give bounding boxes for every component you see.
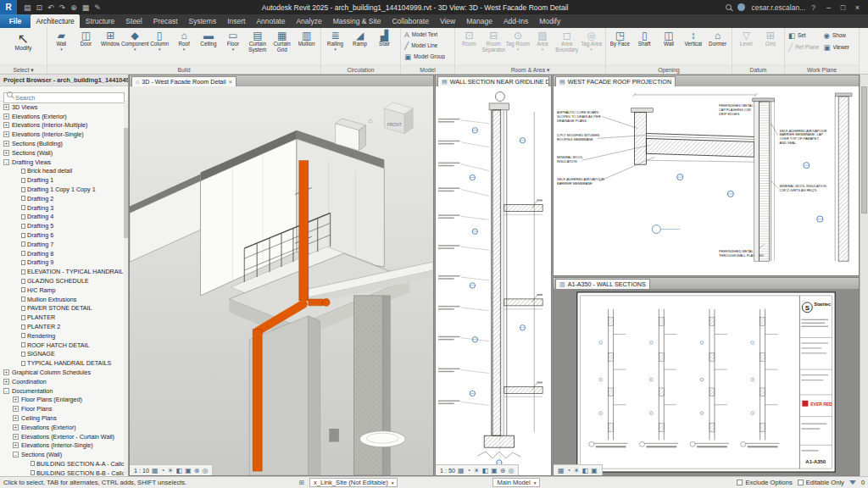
account-name[interactable]: cesar.r.escalan... xyxy=(751,3,805,12)
view-control-icon[interactable]: ▦ xyxy=(558,467,565,474)
view-control-icon[interactable]: ☀ xyxy=(573,467,579,474)
ribbon-tool[interactable]: ⊟ Room Separator xyxy=(481,29,506,64)
view-control-icon[interactable]: ▦ xyxy=(458,467,465,474)
tree-item[interactable]: + Elevations (Exterior) xyxy=(0,112,128,121)
ribbon-tab[interactable]: Structure xyxy=(80,14,120,28)
ribbon-tab[interactable]: View xyxy=(434,14,460,28)
ribbon-tool[interactable]: ▤ Curtain System xyxy=(245,29,270,64)
ribbon-tab[interactable]: Analyze xyxy=(291,14,327,28)
search-icon[interactable] xyxy=(726,4,732,10)
tree-expander[interactable] xyxy=(13,186,19,192)
tree-item[interactable]: Drafting 8 xyxy=(0,249,128,258)
tree-item[interactable]: - Documentation xyxy=(0,386,128,396)
tree-item[interactable]: + Elevations (Interior-Single) xyxy=(0,441,128,450)
tree-item[interactable]: TYPICAL HANDRAIL DETAILS xyxy=(0,358,128,368)
tree-expander[interactable]: + xyxy=(3,104,9,110)
ribbon-tool[interactable]: ◎ Tag Area ▾ xyxy=(579,29,604,64)
tree-item[interactable]: Drafting 9 xyxy=(0,258,128,268)
panel-label-datum[interactable]: Datum xyxy=(732,64,784,74)
view-control-icon[interactable]: ☀ xyxy=(167,467,173,474)
selection-filter-icon[interactable] xyxy=(849,480,856,485)
tree-expander[interactable]: + xyxy=(13,424,19,430)
view-control-icon[interactable]: ▣ xyxy=(591,467,598,474)
tree-item[interactable]: + Sections (Wall) xyxy=(0,148,128,158)
view-scale[interactable]: 1 : 50 xyxy=(440,467,455,474)
ribbon-tool[interactable]: ▦ Curtain Grid xyxy=(270,29,294,64)
ribbon-tool[interactable]: ▰ Wall ▾ xyxy=(49,29,74,64)
view-control-icon[interactable]: ◔ xyxy=(161,467,165,474)
tree-expander[interactable]: + xyxy=(3,131,9,137)
tree-expander[interactable] xyxy=(13,214,19,219)
tree-item[interactable]: + Sections (Building) xyxy=(0,139,128,148)
tree-expander[interactable] xyxy=(13,360,19,366)
canvas-roof-projection[interactable]: ASPHALTIC CORE BOARD SLOPED TO DRAIN AS … xyxy=(554,86,859,275)
checkbox[interactable] xyxy=(798,480,804,485)
canvas-3d[interactable]: ⌂ FRONT xyxy=(130,86,433,475)
ribbon-tab[interactable]: Manage xyxy=(461,14,498,28)
view-scale[interactable]: 1 : 10 xyxy=(134,467,149,474)
ribbon-tool[interactable]: ⊞ Grid xyxy=(759,29,783,64)
user-avatar[interactable] xyxy=(737,3,745,11)
ribbon-tool[interactable]: ▽ Level xyxy=(734,29,759,64)
ribbon-tool[interactable]: ╱ Ref Plane xyxy=(787,42,821,53)
browser-scrollbar[interactable] xyxy=(124,103,128,476)
ribbon-tool[interactable]: ⌂ Dormer xyxy=(705,29,730,64)
tree-expander[interactable] xyxy=(13,333,19,339)
ribbon-tool[interactable]: ◉ Show xyxy=(823,30,857,41)
ribbon-tool[interactable]: ◆ Component ▾ xyxy=(123,29,147,64)
tree-item[interactable]: PLANTER xyxy=(0,313,128,322)
ribbon-tool[interactable]: A Model Text xyxy=(403,30,452,40)
modify-tool-button[interactable]: ↖ Modify xyxy=(2,29,45,64)
ribbon-tool[interactable]: ⊡ Room xyxy=(457,29,481,64)
ribbon-tab[interactable]: Modify xyxy=(534,14,566,28)
tree-item[interactable]: + 3D Views xyxy=(0,103,128,112)
ribbon-tool[interactable]: ◫ Door xyxy=(74,29,98,64)
window-control-button[interactable]: – xyxy=(821,3,836,12)
view-control-icon[interactable]: ⊕ xyxy=(500,467,506,474)
tree-item[interactable]: Drafting 5 xyxy=(0,221,128,230)
quick-access-icon[interactable]: ⊡ xyxy=(36,3,43,12)
view-control-icon[interactable]: ◎ xyxy=(508,467,514,474)
tree-expander[interactable] xyxy=(13,278,19,284)
tree-item[interactable]: - Drafting Views xyxy=(0,158,128,167)
panel-label-opening[interactable]: Opening xyxy=(606,64,732,74)
tree-item[interactable]: Drafting 3 xyxy=(0,203,128,213)
tree-expander[interactable] xyxy=(13,351,19,357)
tree-expander[interactable]: + xyxy=(3,150,9,156)
tree-expander[interactable]: - xyxy=(3,159,9,165)
view-control-icon[interactable]: ◔ xyxy=(567,467,571,474)
ribbon-tab[interactable]: Systems xyxy=(183,14,222,28)
view-tab-sheet[interactable]: ▥ A1-A350 - WALL SECTIONS xyxy=(555,279,650,289)
quick-access-icon[interactable]: ↷ xyxy=(59,3,66,12)
ribbon-tool[interactable]: ⌂ Roof ▾ xyxy=(172,29,197,64)
panel-label-circulation[interactable]: Circulation xyxy=(321,64,400,74)
ribbon-tool[interactable]: ≣ Railing ▾ xyxy=(323,29,348,64)
tree-expander[interactable] xyxy=(13,196,19,202)
tree-expander[interactable]: + xyxy=(3,114,9,119)
view-control-icon[interactable]: ▣ xyxy=(491,467,498,474)
tree-expander[interactable]: + xyxy=(13,396,19,402)
tree-expander[interactable] xyxy=(13,297,19,302)
quick-access-icon[interactable]: ▤ xyxy=(24,3,31,12)
tree-item[interactable]: PAVER STONE DETAIL xyxy=(0,304,128,313)
tree-expander[interactable] xyxy=(13,232,19,238)
canvas-sheet[interactable]: S Stantec EVER RED xyxy=(554,289,859,475)
file-menu-button[interactable]: File xyxy=(0,14,31,28)
editable-only-checkbox[interactable]: Editable Only xyxy=(798,479,844,486)
tab-close-icon[interactable]: × xyxy=(229,78,233,86)
tree-item[interactable]: Drafting 6 xyxy=(0,230,128,240)
ribbon-tab[interactable]: Insert xyxy=(222,14,251,28)
view-control-icon[interactable]: ◎ xyxy=(202,467,208,474)
tree-expander[interactable]: + xyxy=(3,379,9,385)
panel-label-build[interactable]: Build xyxy=(47,64,320,74)
ribbon-tab[interactable]: Collaborate xyxy=(387,14,434,28)
ribbon-tab[interactable]: Massing & Site xyxy=(327,14,387,28)
drawing-area-scrollbar[interactable] xyxy=(860,75,868,476)
tree-expander[interactable]: + xyxy=(13,442,19,448)
tree-expander[interactable]: + xyxy=(3,369,9,375)
tree-item[interactable]: Brick head detail xyxy=(0,167,128,176)
tree-expander[interactable]: + xyxy=(3,122,9,128)
panel-label-work-plane[interactable]: Work Plane xyxy=(785,64,859,74)
tree-expander[interactable]: + xyxy=(13,415,19,421)
tree-item[interactable]: + Elevations (Exterior - Curtain Wall) xyxy=(0,432,128,441)
